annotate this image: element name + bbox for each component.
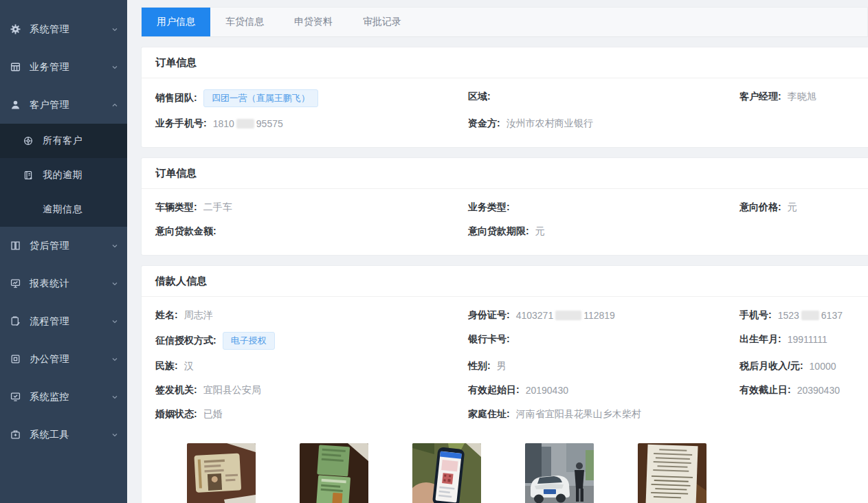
chevron-up-icon [111,101,119,109]
field-region: 区域: [468,89,739,104]
tab-car-loan-info[interactable]: 车贷信息 [210,8,279,36]
sidebar-item-overdue-info[interactable]: 逾期信息 [0,192,127,227]
info-row: 征信授权方式:电子授权银行卡号:出生年月:19911111 [155,328,854,355]
license-booklet-photo[interactable] [300,443,368,503]
field-label: 税后月收入/元: [739,360,803,372]
sidebar-item-customer-management[interactable]: 客户管理 [0,86,127,124]
chevron-down-icon [111,242,119,250]
field-issuing-authority: 签发机关:宜阳县公安局 [155,383,468,398]
field-value: 已婚 [203,408,223,421]
field-value: 元 [535,225,545,238]
clipboard-icon [10,315,21,327]
sidebar-item-office-management[interactable]: 办公管理 [0,340,127,378]
card-title: 借款人信息 [142,266,868,297]
tab-loan-docs[interactable]: 申贷资料 [279,8,348,36]
notebook-icon [23,170,34,181]
field-label: 销售团队: [155,92,197,104]
sidebar-item-process-management[interactable]: 流程管理 [0,302,127,340]
field-label: 姓名: [155,309,178,322]
field-value-prefix: 1523 [778,310,799,321]
info-row: 签发机关:宜阳县公安局有效起始日:20190430有效截止日:20390430 [155,379,854,403]
field-label: 区域: [468,91,491,103]
field-label: 资金方: [468,118,500,130]
submenu-customer-management: 所有客户我的逾期逾期信息 [0,124,127,227]
sidebar-item-system-tools[interactable]: 系统工具 [0,416,127,454]
customers-icon [23,135,34,146]
tabs-row: 用户信息车贷信息申贷资料审批记录 [141,7,868,37]
field-value-prefix: 4103271 [516,310,554,321]
tag-sales-team[interactable]: 四团一营（直属王鹏飞） [203,89,318,107]
field-business-type: 业务类型: [468,200,739,215]
book-icon [10,240,21,252]
auth-screenshot-photo[interactable] [412,443,481,503]
chevron-down-icon [111,431,119,439]
document-photo[interactable] [638,443,706,503]
sidebar-item-my-overdue[interactable]: 我的逾期 [0,158,127,192]
main-content: 用户信息车贷信息申贷资料审批记录 订单信息销售团队:四团一营（直属王鹏飞）区域:… [127,0,868,503]
field-value: 二手车 [203,201,232,214]
field-value: 汝州市农村商业银行 [507,118,593,130]
field-id-number: 身份证号:4103271112819 [468,308,739,323]
field-label: 家庭住址: [468,408,510,421]
sidebar-item-system-monitor[interactable]: 系统监控 [0,378,127,416]
tab-user-info[interactable]: 用户信息 [142,8,210,36]
field-credit-auth-method: 征信授权方式:电子授权 [155,332,468,350]
field-birth-date: 出生年月:19911111 [739,332,854,347]
field-value: 19911111 [788,334,827,345]
card-order-info-2: 订单信息车辆类型:二手车业务类型:意向价格:元意向贷款金额:意向贷款期限:元 [141,157,868,256]
sidebar-item-business-management[interactable]: 业务管理 [0,48,127,86]
sidebar-item-report-statistics[interactable]: 报表统计 [0,265,127,302]
field-business-phone: 业务手机号:181095575 [155,116,468,131]
tag-credit-auth-method[interactable]: 电子授权 [223,332,275,350]
card-borrower-info: 借款人信息姓名:周志洋身份证号:4103271112819手机号:1523613… [141,265,868,503]
field-label: 有效截止日: [739,384,791,396]
field-label: 意向贷款金额: [155,225,216,238]
field-mobile: 手机号:15236137 [739,308,854,323]
field-monthly-income: 税后月收入/元:10000 [739,359,854,374]
info-row: 意向贷款金额:意向贷款期限:元 [155,220,854,244]
user-icon [10,99,21,111]
sidebar-item-system-management[interactable]: 系统管理 [0,10,127,48]
field-label: 有效起始日: [468,384,520,396]
monitor-check-icon [10,391,21,403]
field-value-suffix: 95575 [256,118,283,129]
app-root: 系统管理业务管理客户管理所有客户我的逾期逾期信息贷后管理报表统计流程管理办公管理… [0,0,868,503]
field-name: 姓名:周志洋 [155,308,468,323]
field-bank-card: 银行卡号: [468,332,739,347]
field-intended-loan-term: 意向贷款期限:元 [468,224,739,239]
field-value-prefix: 1810 [213,118,234,129]
sidebar-subitem-label: 逾期信息 [43,203,127,216]
tab-approval-records[interactable]: 审批记录 [348,8,416,36]
id-card-photo[interactable] [187,443,256,503]
field-valid-until: 有效截止日:20390430 [739,383,854,398]
field-vehicle-type: 车辆类型:二手车 [155,200,468,215]
card-body: 车辆类型:二手车业务类型:意向价格:元意向贷款金额:意向贷款期限:元 [142,189,868,255]
card-body: 销售团队:四团一营（直属王鹏飞）区域:客户经理:李晓旭业务手机号:1810955… [142,78,868,147]
field-label: 客户经理: [739,91,781,103]
toolbox-icon [10,429,21,440]
field-label: 业务手机号: [155,118,207,130]
card-body: 姓名:周志洋身份证号:4103271112819手机号:15236137征信授权… [142,297,868,503]
sidebar-item-label: 系统管理 [30,23,111,36]
person-car-photo[interactable] [525,443,594,503]
field-label: 婚姻状态: [155,408,197,421]
field-value-suffix: 6137 [821,310,843,321]
redacted-text [801,311,819,320]
sidebar-item-post-loan-management[interactable]: 贷后管理 [0,227,127,265]
sidebar-item-all-customers[interactable]: 所有客户 [0,124,127,158]
card-title: 订单信息 [142,158,868,189]
info-row: 婚姻状态:已婚家庭住址:河南省宜阳县花果山乡木柴村 [155,403,854,427]
field-intended-price: 意向价格:元 [739,200,854,215]
field-label: 身份证号: [468,309,510,322]
field-value: 汉 [184,360,194,372]
field-label: 签发机关: [155,384,197,396]
field-valid-from: 有效起始日:20190430 [468,383,739,398]
field-value: 男 [497,360,507,372]
sidebar-item-label: 贷后管理 [30,240,111,252]
field-label: 车辆类型: [155,201,197,214]
field-value: 周志洋 [184,309,213,322]
info-row: 姓名:周志洋身份证号:4103271112819手机号:15236137 [155,304,854,328]
sidebar-item-label: 业务管理 [30,61,111,74]
field-marital-status: 婚姻状态:已婚 [155,407,468,422]
icon-spacer [23,204,34,215]
